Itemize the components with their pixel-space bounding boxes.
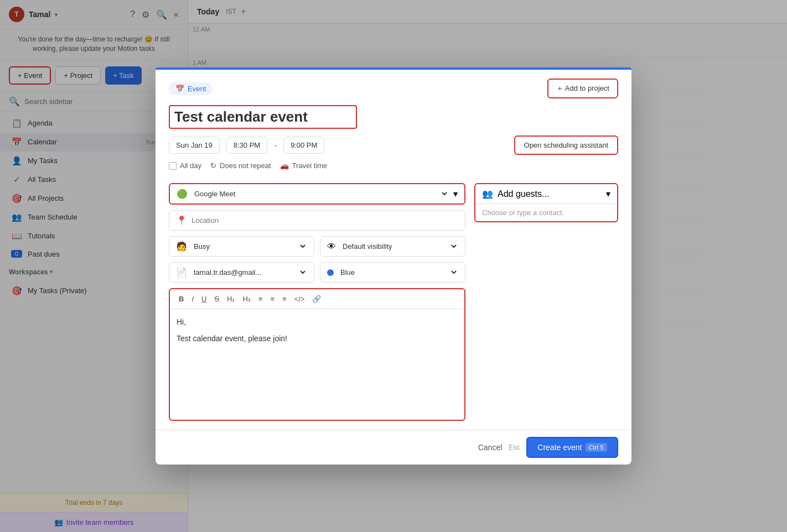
description-editor[interactable]: B I U S H₁ H₂ ≡ ≡ ≡ </> 🔗 Hi, Tes bbox=[169, 288, 465, 421]
modal-options-row: All day ↻ Does not repeat 🚗 Travel time bbox=[156, 159, 631, 179]
bold-button[interactable]: B bbox=[177, 294, 186, 304]
modal-datetime-row: Sun Jan 19 8:30 PM - 9:00 PM Open schedu… bbox=[156, 135, 631, 159]
add-to-project-button[interactable]: ＋ Add to project bbox=[547, 79, 618, 98]
event-type-label: Event bbox=[188, 85, 206, 93]
google-meet-icon: 🟢 bbox=[177, 189, 188, 199]
location-icon: 📍 bbox=[176, 215, 187, 226]
calendar-account-select[interactable]: tamal.tr.das@gmail... bbox=[191, 268, 307, 277]
underline-button[interactable]: U bbox=[199, 294, 209, 304]
does-not-repeat-option[interactable]: ↻ Does not repeat bbox=[210, 161, 271, 170]
color-select[interactable]: Blue bbox=[338, 268, 458, 277]
color-field[interactable]: Blue bbox=[320, 262, 465, 283]
time-dash: - bbox=[274, 141, 277, 150]
location-input[interactable] bbox=[191, 216, 458, 225]
all-day-label: All day bbox=[180, 161, 201, 170]
guests-chevron: ▾ bbox=[606, 189, 610, 199]
visibility-select[interactable]: Default visibility bbox=[340, 242, 458, 251]
create-event-label: Create event bbox=[537, 443, 582, 452]
modal-body: 🟢 Google Meet ▾ 📍 🧑 Busy bbox=[156, 179, 631, 430]
travel-icon: 🚗 bbox=[280, 161, 289, 170]
modal-right: 👥 Add guests... ▾ Choose or type a conta… bbox=[474, 183, 618, 421]
event-type-badge[interactable]: 📅 Event bbox=[169, 82, 213, 95]
editor-toolbar: B I U S H₁ H₂ ≡ ≡ ≡ </> 🔗 bbox=[170, 289, 464, 309]
editor-content[interactable]: Hi, Test calendar event, please join! bbox=[170, 309, 464, 420]
contact-placeholder: Choose or type a contact. bbox=[482, 208, 564, 217]
modal-overlay: 📅 Event ＋ Add to project Sun Jan 19 8:30… bbox=[0, 0, 787, 532]
visibility-field[interactable]: 👁 Default visibility bbox=[320, 236, 465, 257]
travel-time-label: Travel time bbox=[292, 161, 328, 170]
calendar-color-row: 📄 tamal.tr.das@gmail... Blue bbox=[169, 262, 465, 283]
h2-button[interactable]: H₂ bbox=[240, 294, 252, 304]
google-meet-field[interactable]: 🟢 Google Meet ▾ bbox=[169, 183, 465, 205]
status-icon: 🧑 bbox=[176, 241, 187, 252]
numbered-list-button[interactable]: ≡ bbox=[268, 294, 277, 304]
guests-icon: 👥 bbox=[482, 189, 493, 199]
event-title-input[interactable] bbox=[169, 105, 357, 129]
modal-left: 🟢 Google Meet ▾ 📍 🧑 Busy bbox=[169, 183, 465, 421]
all-day-checkbox-box bbox=[169, 162, 177, 170]
status-field[interactable]: 🧑 Busy bbox=[169, 236, 314, 257]
strikethrough-button[interactable]: S bbox=[212, 294, 221, 304]
indent-button[interactable]: ≡ bbox=[280, 294, 289, 304]
visibility-icon: 👁 bbox=[327, 242, 336, 252]
all-day-checkbox[interactable]: All day bbox=[169, 161, 201, 170]
h1-button[interactable]: H₁ bbox=[225, 294, 237, 304]
add-guests-label: Add guests... bbox=[498, 189, 549, 199]
guests-header: 👥 Add guests... ▾ bbox=[475, 184, 617, 204]
location-field[interactable]: 📍 bbox=[169, 210, 465, 231]
repeat-icon: ↻ bbox=[210, 161, 216, 170]
guests-field[interactable]: 👥 Add guests... ▾ Choose or type a conta… bbox=[474, 183, 618, 222]
open-scheduling-assistant-button[interactable]: Open scheduling assistant bbox=[514, 135, 618, 155]
event-calendar-icon: 📅 bbox=[175, 85, 184, 93]
create-event-shortcut: Ctrl S bbox=[586, 443, 608, 452]
event-start-time-button[interactable]: 8:30 PM bbox=[226, 137, 267, 154]
esc-hint: Esc bbox=[509, 444, 520, 451]
calendar-account-icon: 📄 bbox=[176, 267, 187, 278]
does-not-repeat-label: Does not repeat bbox=[220, 161, 271, 170]
travel-time-option[interactable]: 🚗 Travel time bbox=[280, 161, 328, 170]
color-dot bbox=[327, 269, 334, 276]
meet-chevron-icon: ▾ bbox=[453, 189, 458, 199]
calendar-account-field[interactable]: 📄 tamal.tr.das@gmail... bbox=[169, 262, 314, 283]
event-date-button[interactable]: Sun Jan 19 bbox=[169, 137, 220, 154]
event-create-modal: 📅 Event ＋ Add to project Sun Jan 19 8:30… bbox=[156, 67, 631, 465]
italic-button[interactable]: I bbox=[189, 294, 196, 304]
create-event-button[interactable]: Create event Ctrl S bbox=[526, 437, 618, 458]
cancel-button[interactable]: Cancel bbox=[478, 443, 503, 452]
modal-header: 📅 Event ＋ Add to project bbox=[156, 70, 631, 103]
contact-input[interactable]: Choose or type a contact. bbox=[475, 204, 617, 221]
status-visibility-row: 🧑 Busy 👁 Default visibility bbox=[169, 236, 465, 257]
modal-footer: Cancel Esc Create event Ctrl S bbox=[156, 430, 631, 465]
modal-title-row bbox=[156, 103, 631, 135]
bullet-list-button[interactable]: ≡ bbox=[256, 294, 265, 304]
google-meet-select[interactable]: Google Meet bbox=[192, 189, 449, 199]
link-button[interactable]: 🔗 bbox=[310, 294, 323, 304]
event-end-time-button[interactable]: 9:00 PM bbox=[283, 137, 324, 154]
code-button[interactable]: </> bbox=[292, 294, 307, 304]
status-select[interactable]: Busy bbox=[191, 242, 307, 251]
